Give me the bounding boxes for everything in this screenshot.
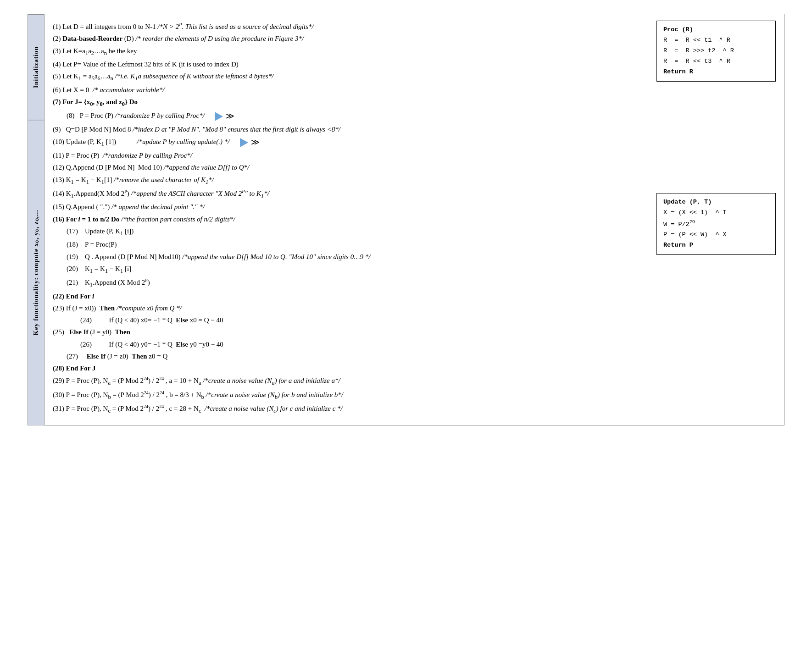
line-30: (30) P = Proc (P), Nb = (P Mod 224) / 22… [53, 389, 776, 402]
line-20: (20) K1 = K1 − K1 [i] [67, 264, 776, 276]
line-7: (7) For J= {x0, y0, and z0} Do [53, 97, 776, 109]
side-labels: Initialization Key functionality: comput… [28, 14, 44, 425]
update-line-return: Return P [663, 240, 769, 251]
proc-box: Proc (R) R = R << t1 ^ R R = R >>> t2 ^ … [656, 21, 776, 82]
update-line-2: W = P/229 [663, 218, 769, 230]
line-13: (13) K1 = K1 − K1[1] /*remove the used c… [53, 175, 776, 187]
line-24: (24) If (Q < 40) x0= −1 * Q Else x0 = Q … [80, 315, 776, 326]
blue-arrow-1 [215, 112, 223, 121]
update-box: Update (P, T) X = (X << 1) ^ T W = P/229… [656, 193, 776, 255]
line-23: (23) If (J = x0)) Then /*compute x0 from… [53, 303, 776, 314]
update-line-3: P = (P << W) ^ X [663, 230, 769, 240]
double-chevron-1: ≫ [226, 111, 234, 121]
line-9: (9) Q=D [P Mod N] Mod 8 /*index D at "P … [53, 124, 776, 135]
blue-arrow-2 [240, 138, 248, 147]
key-functionality-label: Key functionality: compute x₀, y₀, z₀,..… [28, 120, 44, 425]
line-26: (26) If (Q < 40) y0= −1 * Q Else y0 =y0 … [80, 339, 776, 350]
line-25: (25) Else If (J = y0) Then [53, 327, 776, 337]
update-box-title: Update (P, T) [663, 197, 769, 208]
line-27: (27) Else If (J = z0) Then z0 = Q [67, 351, 776, 362]
update-line-1: X = (X << 1) ^ T [663, 208, 769, 218]
line-12: (12) Q.Append (D [P Mod N] Mod 10) /*app… [53, 162, 776, 173]
line-31: (31) P = Proc (P), Nc = (P Mod 224) / 22… [53, 403, 776, 415]
line-29: (29) P = Proc (P), Na = (P Mod 224) / 22… [53, 375, 776, 387]
proc-line-3: R = R << t3 ^ R [663, 56, 769, 67]
double-chevron-2: ≫ [251, 138, 260, 147]
initialization-label: Initialization [28, 14, 44, 120]
proc-line-1: R = R << t1 ^ R [663, 35, 769, 46]
line-10: (10) Update (P, K1 [1]) /*update P by ca… [53, 136, 776, 149]
proc-box-title: Proc (R) [663, 25, 769, 35]
line-22: (22) End For i [53, 291, 776, 302]
line-28: (28) End For J [53, 363, 776, 374]
line-6: (6) Let X = 0 /* accumulator variable*/ [53, 85, 776, 95]
proc-line-2: R = R >>> t2 ^ R [663, 46, 769, 56]
content-area: Proc (R) R = R << t1 ^ R R = R >>> t2 ^ … [44, 14, 784, 425]
main-container: Initialization Key functionality: comput… [28, 14, 784, 425]
line-8: (8) P = Proc (P) /*randomize P by callin… [53, 110, 776, 123]
proc-line-return: Return R [663, 67, 769, 77]
line-11: (11) P = Proc (P) /*randomize P by calli… [53, 150, 776, 161]
line-21: (21) K1.Append (X Mod 2P) [67, 277, 776, 289]
